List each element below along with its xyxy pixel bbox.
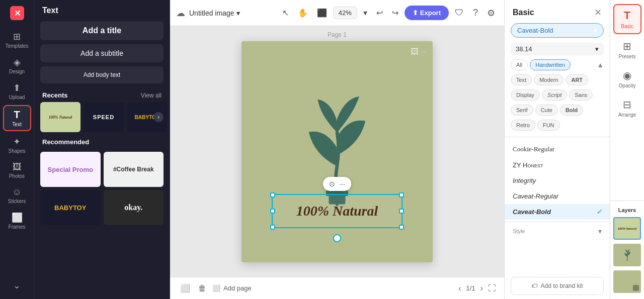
- sidebar-item-design[interactable]: ◈ Design: [3, 54, 31, 77]
- style-cute[interactable]: Cute: [535, 105, 558, 116]
- style-text[interactable]: Text: [511, 74, 532, 85]
- handle-tl[interactable]: [270, 192, 275, 197]
- font-list: Cookie-Regular ZY Honest Integrity Cavea…: [505, 139, 610, 273]
- canvas-thumbnail-btn[interactable]: ⬜: [178, 281, 192, 295]
- style-script[interactable]: Script: [542, 89, 567, 101]
- cursor-tool-btn[interactable]: ↖: [279, 5, 292, 21]
- rec-item-coffee[interactable]: #Coffee Break: [104, 152, 164, 187]
- doc-title[interactable]: Untitled image ▾: [189, 9, 240, 17]
- rec-item-babytoy2[interactable]: BABYTOY: [40, 190, 101, 225]
- style-expand-btn[interactable]: ▾: [598, 227, 602, 235]
- canvas-text-content[interactable]: 100% Natural: [296, 203, 378, 219]
- recent-item-speed[interactable]: SPEED: [84, 102, 124, 132]
- font-item-caveat-bold[interactable]: Caveat-Bold ✓: [505, 204, 610, 220]
- sidebar-item-photos[interactable]: 🖼 Photos: [3, 159, 31, 182]
- canvas-image-icon[interactable]: 🖼: [411, 47, 419, 56]
- brand-kit-btn[interactable]: 🏷 Add to brand kit: [511, 277, 604, 295]
- rotate-handle[interactable]: [333, 234, 341, 242]
- add-subtitle-btn[interactable]: Add a subtitle: [40, 44, 164, 62]
- design-icon: ◈: [14, 57, 21, 68]
- app-logo[interactable]: ✕: [8, 4, 26, 22]
- right-tool-basic[interactable]: T Basic: [613, 4, 641, 34]
- text-selection-group[interactable]: ⊙ ··· 100% Natural: [272, 177, 403, 242]
- style-display[interactable]: Display: [511, 89, 540, 101]
- style-sans[interactable]: Sans: [569, 89, 593, 101]
- selected-text-box[interactable]: 100% Natural: [272, 194, 403, 228]
- right-tool-opacity[interactable]: ◉ Opacity: [613, 65, 641, 92]
- settings-icon[interactable]: ⚙: [484, 6, 498, 21]
- canvas-wrapper[interactable]: Page 1 🖼 ···: [170, 26, 504, 277]
- fullscreen-btn[interactable]: ⛶: [488, 284, 496, 293]
- font-item-integrity[interactable]: Integrity: [505, 173, 610, 188]
- page-back-btn[interactable]: ‹: [456, 282, 463, 295]
- handle-br[interactable]: [399, 225, 404, 230]
- handle-tr[interactable]: [399, 192, 404, 197]
- text-more-btn[interactable]: ···: [339, 180, 345, 188]
- sidebar-item-upload[interactable]: ⬆ Upload: [3, 79, 31, 103]
- filter-expand-btn[interactable]: ▲: [597, 61, 604, 69]
- delete-btn[interactable]: 🗑: [196, 282, 208, 295]
- layer-item-text[interactable]: 100% Natural: [610, 215, 644, 242]
- page-forward-btn[interactable]: ›: [478, 282, 485, 295]
- font-selector[interactable]: Caveat-Bold ▾: [511, 23, 604, 38]
- canvas-more-btn[interactable]: ···: [421, 47, 427, 56]
- export-btn[interactable]: ⬆ Export: [405, 6, 449, 20]
- style-retro[interactable]: Retro: [511, 120, 535, 131]
- layer-item-plant[interactable]: [610, 242, 644, 268]
- templates-icon: ⊞: [13, 31, 21, 42]
- font-size-display[interactable]: 38.14 ▾: [511, 43, 604, 55]
- add-page-btn[interactable]: ⬜ Add page: [212, 284, 252, 292]
- font-panel-title: Basic: [513, 8, 534, 17]
- handle-ml[interactable]: [270, 209, 275, 214]
- frame-tool-btn[interactable]: ⬛: [314, 5, 330, 21]
- filter-tags: All Handwritten ▲: [505, 59, 610, 74]
- rec-item-special[interactable]: Special Promo: [40, 152, 101, 187]
- zoom-display[interactable]: 42%: [333, 7, 357, 19]
- shield-icon[interactable]: 🛡: [452, 6, 467, 20]
- rec-item-okay[interactable]: okay.: [104, 190, 164, 225]
- style-tags-row4: Retro FUN: [505, 120, 610, 135]
- style-bold[interactable]: Bold: [560, 105, 583, 116]
- hand-tool-btn[interactable]: ✋: [295, 5, 311, 21]
- font-item-zyhonest[interactable]: ZY Honest: [505, 157, 610, 173]
- style-fun[interactable]: FUN: [537, 120, 560, 131]
- right-tool-presets[interactable]: ⊞ Presets: [613, 36, 641, 63]
- recent-text-natural: 100% Natural: [49, 115, 72, 120]
- sidebar-item-frames[interactable]: ⬜ Frames: [3, 209, 31, 233]
- handle-bl[interactable]: [270, 225, 275, 230]
- font-item-caveat-regular[interactable]: Caveat-Regular: [505, 188, 610, 204]
- layer-item-solid[interactable]: [610, 268, 644, 295]
- sidebar-more-btn[interactable]: ⌄: [9, 276, 25, 295]
- handle-mr[interactable]: [399, 209, 404, 214]
- text-toolbar: ⊙ ···: [323, 177, 351, 191]
- view-all-btn[interactable]: View all: [141, 92, 162, 99]
- sidebar-item-text[interactable]: T Text: [3, 105, 31, 131]
- font-item-cookie[interactable]: Cookie-Regular: [505, 141, 610, 157]
- font-name-display: Caveat-Bold: [517, 27, 553, 34]
- add-body-btn[interactable]: Add body text: [40, 66, 164, 83]
- recommended-label: Recommended: [42, 138, 89, 146]
- sidebar-item-stickers[interactable]: ☺ Stickers: [3, 184, 31, 207]
- help-icon[interactable]: ?: [470, 6, 481, 20]
- sidebar-item-templates[interactable]: ⊞ Templates: [3, 28, 31, 52]
- doc-title-text: Untitled image: [189, 9, 234, 17]
- font-panel-close-btn[interactable]: ✕: [594, 7, 602, 18]
- style-serif[interactable]: Serif: [511, 105, 533, 116]
- right-tool-arrange[interactable]: ⊟ Arrange: [613, 94, 641, 122]
- cloud-icon: ☁: [176, 8, 185, 19]
- sidebar-label-stickers: Stickers: [8, 198, 26, 204]
- recents-next-btn[interactable]: ›: [153, 112, 164, 122]
- filter-handwritten[interactable]: Handwritten: [530, 59, 571, 70]
- style-modern[interactable]: Modern: [534, 74, 564, 85]
- sidebar-item-shapes[interactable]: ✦ Shapes: [3, 133, 31, 157]
- text-copy-btn[interactable]: ⊙: [329, 180, 335, 188]
- upload-icon: ⬆: [13, 82, 21, 93]
- add-title-btn[interactable]: Add a title: [40, 21, 164, 40]
- undo-btn[interactable]: ↩: [373, 5, 386, 21]
- redo-btn[interactable]: ↪: [389, 5, 401, 21]
- zoom-arrow-btn[interactable]: ▾: [360, 5, 370, 21]
- style-art[interactable]: ART: [566, 74, 588, 85]
- canvas-document[interactable]: 🖼 ··· ⊙: [242, 41, 433, 262]
- filter-all[interactable]: All: [511, 59, 528, 70]
- recent-item-natural[interactable]: 100% Natural: [40, 102, 80, 132]
